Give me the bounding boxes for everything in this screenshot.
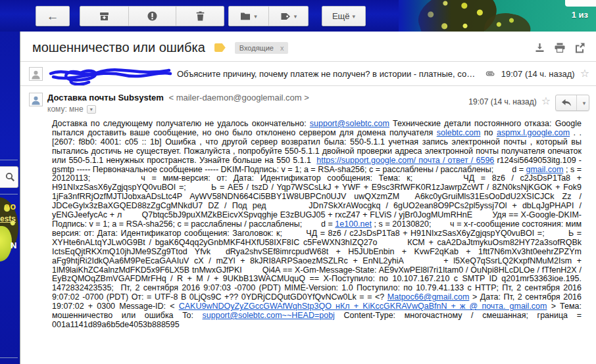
collapsed-message-row[interactable]: Объясните причину, почему платеж не полу… xyxy=(20,61,596,86)
star-icon[interactable]: ☆ xyxy=(580,68,589,79)
left-desktop-strip: oo ests N xyxy=(0,32,20,364)
back-arrow-icon: ← xyxy=(47,10,59,22)
reply-button-group: ▾ xyxy=(555,95,589,111)
archive-button[interactable] xyxy=(80,7,128,26)
message-time: 19:07 (14 ч. назад) xyxy=(501,69,575,79)
body-text: Доставка по следующему получателю не уда… xyxy=(52,119,310,128)
delete-button[interactable] xyxy=(176,7,224,26)
download-icon[interactable] xyxy=(534,42,545,53)
person-icon xyxy=(30,95,41,106)
message-header-right: 19:07 (14 ч. назад) ☆ ▾ xyxy=(468,93,589,114)
print-icon[interactable] xyxy=(554,42,566,53)
conversation-panel: мошенничество или ошибка Входящие x xyxy=(20,32,596,364)
archive-icon xyxy=(99,11,110,22)
body-text: по xyxy=(480,128,497,137)
sender-line: Доставка почты Subsystem < mailer-daemon… xyxy=(47,93,468,102)
sender-email: < mailer-daemon@googlemail.com > xyxy=(168,93,309,102)
folder-icon xyxy=(240,12,251,21)
spam-icon xyxy=(147,11,158,22)
mail-header-band: 1 из ← xyxy=(0,0,596,32)
body-link[interactable]: aspmx.l.google.com xyxy=(497,128,570,137)
avatar xyxy=(29,93,43,106)
body-text: ; s = 20130820; ч = х-г-сообщение состоя… xyxy=(52,219,596,302)
pagination-counter: 1 из xyxy=(572,10,588,20)
sender-block: Доставка почты Subsystem < mailer-daemon… xyxy=(47,93,468,114)
avatar xyxy=(29,67,43,81)
background-text-fragment: N xyxy=(11,240,16,250)
thread-action-icons xyxy=(534,42,585,53)
recipient-text: кому: мне xyxy=(47,104,84,114)
theme-blend xyxy=(399,0,451,32)
dropdown-arrow-icon: ▾ xyxy=(583,100,586,106)
dropdown-arrow-icon: ▾ xyxy=(254,13,257,20)
collapsed-row-right: 19:07 (14 ч. назад) ☆ xyxy=(485,68,589,79)
dropdown-arrow-icon: ▾ xyxy=(294,13,297,20)
body-link[interactable]: https://support.google.com/ почта / отве… xyxy=(316,156,494,165)
toolbar-group-organize: ▾ ▾ xyxy=(228,6,309,26)
message-body: Доставка по следующему получателю не уда… xyxy=(52,120,582,330)
body-link[interactable]: support@solebtc.com~~HEAD=pobj xyxy=(203,311,335,320)
recipient-line: кому: мне ▾ xyxy=(47,104,468,114)
body-link[interactable]: Matpoc66@gmail.com xyxy=(387,292,470,302)
label-tag-icon xyxy=(280,12,291,21)
divider xyxy=(0,357,18,358)
toolbar-group-actions xyxy=(80,6,224,26)
attachment-paperclip-icon xyxy=(485,70,496,78)
divider xyxy=(0,194,18,194)
background-text-fragment: oo xyxy=(4,201,16,212)
reply-arrow-icon xyxy=(561,99,572,107)
body-link[interactable]: CAKU9wNDOyZyZGccGWAfWqhStp3QO нКл + KiKc… xyxy=(179,302,547,311)
page-title: мошенничество или ошибка xyxy=(32,40,205,55)
body-link[interactable]: 1e100.net xyxy=(335,219,372,229)
show-details-button[interactable]: ▾ xyxy=(87,105,96,114)
body-link[interactable]: support@solebtc.com xyxy=(310,119,389,128)
open-in-new-icon[interactable] xyxy=(574,42,585,53)
reply-button[interactable] xyxy=(556,95,576,110)
subject-row: мошенничество или ошибка Входящие x xyxy=(20,32,596,61)
person-icon xyxy=(30,69,41,80)
message-time: 19:07 (14 ч. назад) xyxy=(468,95,536,106)
expanded-message-header: Доставка почты Subsystem < mailer-daemon… xyxy=(20,86,596,114)
remove-label-icon[interactable]: x xyxy=(280,44,284,52)
inbox-label-chip[interactable]: Входящие x xyxy=(235,42,289,54)
background-link-fragment: ests xyxy=(0,214,16,223)
divider xyxy=(0,160,18,160)
dropdown-arrow-icon: ▾ xyxy=(90,106,93,112)
trash-icon xyxy=(195,11,205,22)
back-button[interactable]: ← xyxy=(36,6,70,26)
more-message-actions-button[interactable]: ▾ xyxy=(576,95,589,110)
search-button[interactable] xyxy=(0,166,18,188)
star-icon[interactable]: ☆ xyxy=(541,95,551,106)
more-button-label: Ещё xyxy=(332,11,350,21)
move-to-folder-button[interactable]: ▾ xyxy=(229,7,268,26)
message-snippet: Объясните причину, почему платеж не полу… xyxy=(177,69,480,79)
sender-name: Доставка почты Subsystem xyxy=(47,93,164,102)
search-icon xyxy=(5,172,15,182)
report-spam-button[interactable] xyxy=(128,7,176,26)
more-button[interactable]: Ещё ▾ xyxy=(322,6,366,26)
label-tag-icon[interactable] xyxy=(214,43,226,52)
body-link[interactable]: gmail.com xyxy=(526,165,563,174)
body-link[interactable]: solebtc.com xyxy=(437,128,481,137)
window-corner-notch xyxy=(565,0,596,7)
labels-button[interactable]: ▾ xyxy=(268,7,308,26)
dropdown-arrow-icon: ▾ xyxy=(353,13,356,20)
redacted-sender-scribble xyxy=(47,64,173,85)
inbox-label-text: Входящие xyxy=(239,44,274,52)
